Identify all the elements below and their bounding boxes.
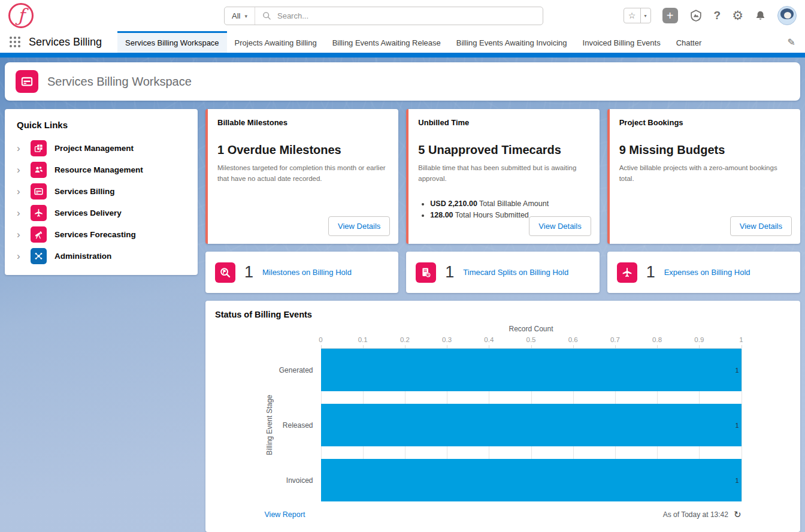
app-launcher-icon[interactable] [10,37,20,47]
global-header: ƒ All ▾ ☆ ▾ + ? ⚙ [0,0,805,31]
quick-link-services-forecasting[interactable]: › Services Forecasting [17,223,186,245]
chevron-right-icon[interactable]: › [17,251,23,261]
chevron-right-icon[interactable]: › [17,165,23,175]
tab-billing-events-awaiting-invoicing[interactable]: Billing Events Awaiting Invoicing [449,31,575,53]
x-tick-label: 0 [319,336,322,343]
x-tick-mark [615,345,616,348]
chevron-right-icon[interactable]: › [17,186,23,197]
project-management-icon [31,140,47,156]
guidance-icon[interactable] [689,9,703,22]
chart-x-axis: Record Count 00.10.20.30.40.50.60.70.80.… [321,325,742,349]
quick-link-resource-management[interactable]: › Resource Management [17,159,186,180]
x-tick-label: 0.2 [400,336,410,343]
favorites-control: ☆ ▾ [624,8,651,23]
expenses-on-billing-hold-link[interactable]: Expenses on Billing Hold [664,268,750,277]
quick-link-services-delivery[interactable]: › Services Delivery [17,202,186,223]
global-search: All ▾ [224,7,543,25]
bar-invoiced[interactable]: 1 [321,459,742,501]
chevron-down-icon: ▾ [244,13,247,19]
view-details-button[interactable]: View Details [730,216,792,236]
bar-value-label: 1 [735,477,739,484]
as-of-timestamp: As of Today at 13:42 [663,510,728,519]
bar-row: 1 [321,459,742,501]
nav-tabs: Services Billing Workspace Projects Awai… [117,31,709,53]
tab-billing-events-awaiting-release[interactable]: Billing Events Awaiting Release [325,31,449,53]
search-icon [262,11,271,20]
bar-value-label: 1 [735,367,739,374]
hold-count: 1 [646,263,655,282]
hold-count: 1 [244,263,253,282]
bar-row: 1 [321,404,742,446]
resource-management-icon [31,162,47,178]
tab-invoiced-billing-events[interactable]: Invoiced Billing Events [575,31,668,53]
kpi-description: Milestones targeted for completion this … [217,162,389,185]
kpi-headline: 1 Overdue Milestones [217,143,389,157]
bar-released[interactable]: 1 [321,404,742,446]
x-tick-label: 0.5 [526,336,536,343]
global-actions-icon[interactable]: + [662,8,678,23]
chart-y-axis: Billing Event Stage [265,349,274,501]
services-forecasting-icon [31,226,47,243]
x-tick-label: 0.7 [610,336,620,343]
favorites-dropdown-icon[interactable]: ▾ [640,8,650,23]
company-logo-icon: ƒ [8,3,34,28]
kpi-header: Project Bookings [619,118,791,127]
app-navigation-bar: Services Billing Services Billing Worksp… [0,31,805,53]
edit-nav-pencil-icon[interactable]: ✎ [788,37,795,48]
chevron-right-icon[interactable]: › [17,208,23,218]
quick-link-project-management[interactable]: › Project Management [17,137,186,159]
expense-hold-icon [617,262,637,283]
x-tick-label: 0.9 [694,336,704,343]
x-axis-title: Record Count [321,325,742,333]
category-label: Invoiced [274,459,313,501]
search-input[interactable] [277,11,535,20]
milestones-on-billing-hold-link[interactable]: Milestones on Billing Hold [262,268,352,277]
services-delivery-icon [31,205,47,221]
quick-link-label: Resource Management [55,165,143,174]
tab-projects-awaiting-billing[interactable]: Projects Awaiting Billing [227,31,325,53]
x-axis-tick-labels: 00.10.20.30.40.50.60.70.80.91 [321,336,742,346]
view-details-button[interactable]: View Details [529,216,591,236]
app-name: Services Billing [29,36,102,49]
services-billing-icon [31,183,47,200]
hold-card-timecard-splits: 1 Timecard Splits on Billing Hold [406,252,599,293]
quick-link-label: Services Forecasting [55,230,136,239]
chevron-right-icon[interactable]: › [17,229,23,240]
kpi-headline: 5 Unapproved Timecards [418,143,589,157]
x-tick-label: 0.4 [484,336,494,343]
view-details-button[interactable]: View Details [328,216,390,236]
quick-link-label: Administration [55,252,111,261]
quick-link-label: Services Billing [55,187,115,196]
chart-area: Record Count 00.10.20.30.40.50.60.70.80.… [265,325,742,501]
x-tick-label: 1 [739,336,743,343]
timecard-splits-on-billing-hold-link[interactable]: Timecard Splits on Billing Hold [463,268,568,277]
quick-link-label: Services Delivery [55,208,122,217]
kpi-header: Unbilled Time [418,118,589,127]
search-scope-dropdown[interactable]: All ▾ [225,7,255,25]
quick-link-administration[interactable]: › Administration [17,245,186,267]
x-tick-mark [405,345,405,348]
quick-link-services-billing[interactable]: › Services Billing [17,180,186,202]
favorites-star-icon[interactable]: ☆ [624,8,640,23]
view-report-link[interactable]: View Report [265,510,305,519]
user-avatar[interactable] [777,6,797,25]
tab-chatter[interactable]: Chatter [668,31,710,53]
chart-title: Status of Billing Events [215,310,791,319]
notifications-bell-icon[interactable] [755,10,766,22]
x-tick-mark [699,345,700,348]
help-icon[interactable]: ? [714,9,721,22]
kpi-header: Billable Milestones [217,118,389,127]
x-tick-mark [657,345,658,348]
setup-gear-icon[interactable]: ⚙ [732,8,743,23]
x-tick-label: 0.6 [568,336,578,343]
administration-icon [31,248,47,264]
chevron-right-icon[interactable]: › [17,143,23,153]
bar-generated[interactable]: 1 [321,349,742,391]
status-of-billing-events-chart: Status of Billing Events Record Count 00… [205,301,800,532]
kpi-bullet: USD 2,210.00 Total Billable Amount [430,200,589,208]
page-content: Services Billing Workspace Quick Links ›… [0,58,805,532]
x-tick-label: 0.8 [652,336,662,343]
tab-services-billing-workspace[interactable]: Services Billing Workspace [117,31,227,53]
x-tick-mark [742,345,742,348]
refresh-icon[interactable]: ↻ [734,509,742,520]
